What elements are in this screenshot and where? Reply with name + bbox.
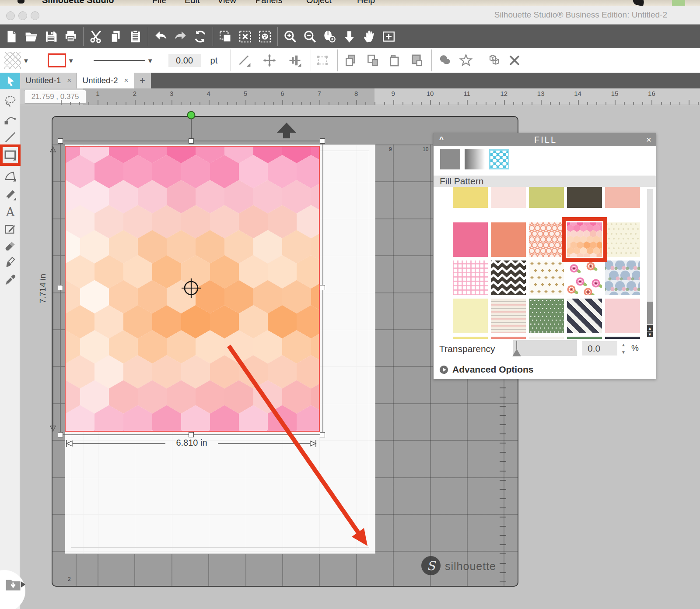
handle-top-left[interactable] (58, 138, 63, 144)
bring-forward-icon[interactable] (342, 52, 360, 69)
fill-pattern-swatch-blush-solid[interactable] (491, 187, 526, 208)
line-style-caret-icon[interactable]: ▼ (147, 57, 154, 64)
fill-pattern-swatch-cream-dots[interactable] (605, 222, 640, 257)
tab-close-icon[interactable]: × (124, 76, 129, 85)
knife-tool[interactable] (0, 253, 20, 270)
copy-button[interactable] (106, 26, 126, 46)
fill-type-pattern[interactable] (489, 149, 509, 169)
fill-pattern-swatch-navy-diagonal[interactable] (567, 299, 602, 333)
object-3d-icon[interactable] (486, 52, 503, 69)
fill-pattern-swatch-r5-white[interactable] (529, 337, 564, 339)
tab-close-icon[interactable]: × (67, 76, 71, 85)
transparency-value-input[interactable]: 0.0 (582, 341, 617, 356)
weld-icon[interactable] (436, 52, 454, 69)
new-tab-button[interactable]: + (134, 73, 151, 88)
scroll-down-icon[interactable]: ▼ (647, 331, 653, 337)
fill-pattern-swatch-gold-crossdots[interactable] (529, 260, 564, 295)
fill-panel-header[interactable]: ^ FILL × (434, 133, 656, 146)
window-zoom-button[interactable] (31, 11, 39, 20)
note-tool[interactable] (0, 220, 20, 237)
offset-star-icon[interactable] (457, 52, 475, 69)
sync-button[interactable] (190, 26, 210, 46)
window-close-button[interactable] (6, 11, 15, 20)
advanced-options-row[interactable]: Advanced Options (439, 364, 534, 375)
line-color-caret-icon[interactable]: ▼ (68, 57, 74, 64)
menu-app[interactable]: Silhouette Studio (42, 0, 114, 5)
handle-bottom-right[interactable] (320, 432, 325, 437)
menu-panels[interactable]: Panels (256, 0, 282, 5)
zoom-selection-button[interactable] (340, 26, 359, 46)
fill-pattern-swatch-brown-solid[interactable] (567, 187, 602, 208)
send-to-back-icon[interactable] (408, 52, 425, 69)
fill-pattern-swatch-paleyellow-solid[interactable] (453, 299, 488, 333)
undo-button[interactable] (151, 26, 171, 46)
drag-zoom-button[interactable] (320, 26, 340, 46)
transparency-spinner[interactable]: ▲▼ (620, 341, 627, 356)
draw-tool[interactable] (0, 186, 20, 203)
fill-pattern-swatch-blue-floral[interactable] (605, 260, 640, 295)
move-icon[interactable] (261, 52, 278, 69)
line-tool[interactable] (0, 129, 20, 145)
transform-icon[interactable] (314, 52, 331, 69)
menu-file[interactable]: File (152, 0, 166, 5)
fill-pattern-swatch-salmon-solid[interactable] (605, 187, 640, 208)
selected-rectangle-hex-pattern[interactable] (65, 146, 320, 432)
draw-line-icon[interactable] (235, 52, 253, 69)
save-button[interactable] (41, 26, 61, 46)
lasso-select-tool[interactable] (0, 93, 20, 109)
scroll-up-icon[interactable]: ▲ (647, 325, 653, 331)
menu-object[interactable]: Object (306, 0, 332, 5)
fill-pattern-swatch-olive-solid[interactable] (529, 187, 564, 208)
fill-pattern-swatch-pink-solid[interactable] (453, 222, 488, 257)
menu-view[interactable]: View (217, 0, 236, 5)
eraser-tool[interactable] (0, 237, 20, 253)
fill-pattern-swatch-r5-navy[interactable] (605, 337, 640, 339)
window-minimize-button[interactable] (18, 11, 27, 20)
menu-edit[interactable]: Edit (185, 0, 200, 5)
paste-button[interactable] (126, 26, 145, 46)
handle-mid-right[interactable] (320, 285, 325, 290)
panel-close-icon[interactable]: × (642, 134, 656, 145)
transparency-slider[interactable] (513, 340, 577, 356)
library-folder-icon[interactable] (5, 578, 21, 593)
fill-pattern-swatch-coral-solid[interactable] (491, 222, 526, 257)
tab-untitled-2[interactable]: Untitled-2× (77, 73, 134, 88)
fill-pattern-swatch-r5-salmon[interactable] (491, 337, 526, 339)
transparency-slider-thumb[interactable] (512, 349, 521, 356)
zoom-out-button[interactable] (300, 26, 320, 46)
apple-menu-icon[interactable] (18, 0, 24, 4)
eyedropper-tool[interactable] (0, 271, 20, 288)
menubar-status-icon[interactable] (632, 0, 644, 6)
panel-collapse-icon[interactable]: ^ (434, 135, 449, 144)
align-icon[interactable] (286, 52, 304, 69)
text-tool[interactable]: A (0, 204, 20, 220)
fill-pattern-swatch-coral-lattice[interactable] (529, 222, 564, 257)
select-by-color-button[interactable] (255, 26, 275, 46)
zoom-in-button[interactable] (280, 26, 300, 46)
fill-pattern-swatch-pink-gingham[interactable] (453, 260, 488, 295)
menu-help[interactable]: Help (357, 0, 375, 5)
arc-tool[interactable] (0, 167, 20, 184)
fill-pattern-swatch-yellow-solid[interactable] (453, 187, 488, 208)
print-button[interactable] (61, 26, 80, 46)
handle-bottom-left[interactable] (58, 432, 63, 437)
handle-mid-left[interactable] (58, 285, 63, 290)
fill-pattern-swatch-r5-yellow[interactable] (453, 337, 488, 339)
redo-button[interactable] (171, 26, 190, 46)
bring-to-front-icon[interactable] (386, 52, 403, 69)
fill-style-caret-icon[interactable]: ▼ (23, 57, 29, 64)
fill-pattern-swatch-green-dots[interactable] (529, 299, 564, 333)
fill-type-solid[interactable] (440, 149, 460, 169)
handle-bottom-center[interactable] (189, 432, 194, 437)
tab-untitled-1[interactable]: Untitled-1× (20, 73, 77, 88)
fill-pattern-swatch-lightpink-solid[interactable] (605, 299, 640, 333)
fill-pattern-swatch-charcoal-chevron[interactable] (491, 260, 526, 295)
handle-top-center[interactable] (189, 138, 194, 144)
new-document-button[interactable] (2, 26, 21, 46)
fill-pattern-swatch-stripes[interactable] (491, 299, 526, 333)
fill-type-gradient[interactable] (465, 149, 485, 169)
fit-to-page-button[interactable] (379, 26, 399, 46)
line-width-input[interactable]: 0.00 (168, 54, 201, 67)
deselect-all-button[interactable] (235, 26, 255, 46)
send-backward-icon[interactable] (364, 52, 382, 69)
